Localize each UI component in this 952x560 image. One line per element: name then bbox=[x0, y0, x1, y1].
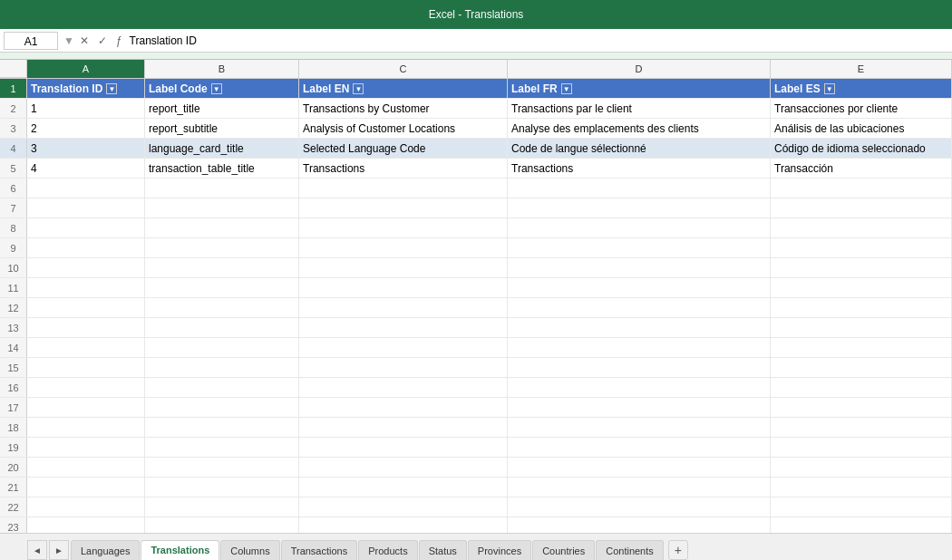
row-num-2: 2 bbox=[0, 99, 27, 118]
cell-value: Label Code bbox=[149, 82, 208, 95]
col-header-B[interactable]: B bbox=[145, 60, 299, 78]
table-row: 13 bbox=[0, 318, 952, 338]
cell-2E[interactable]: Transacciones por cliente bbox=[771, 99, 952, 118]
cell-4E[interactable]: Código de idioma seleccionado bbox=[771, 139, 952, 158]
tab-label: Transactions bbox=[291, 546, 348, 556]
cell-1A[interactable]: Translation ID ▼ bbox=[27, 79, 145, 98]
table-row: 7 bbox=[0, 198, 952, 218]
formula-divider: ▼ bbox=[62, 34, 76, 47]
cell-1C[interactable]: Label EN ▼ bbox=[299, 79, 508, 98]
table-row: 23 bbox=[0, 517, 952, 533]
cell-value: language_card_title bbox=[149, 142, 244, 155]
cell-4B[interactable]: language_card_title bbox=[145, 139, 299, 158]
row-num-1: 1 bbox=[0, 79, 27, 98]
cell-3D[interactable]: Analyse des emplacements des clients bbox=[508, 119, 771, 138]
col-header-E[interactable]: E bbox=[771, 60, 952, 78]
title-bar: Excel - Translations bbox=[0, 0, 952, 29]
ribbon bbox=[0, 53, 952, 60]
tab-products[interactable]: Products bbox=[358, 540, 417, 560]
cell-3C[interactable]: Analysis of Customer Locations bbox=[299, 119, 508, 138]
sheet-tabs-bar: ◄ ► Languages Translations Columns Trans… bbox=[0, 533, 952, 560]
cell-2C[interactable]: Transactions by Customer bbox=[299, 99, 508, 118]
filter-dropdown-icon[interactable]: ▼ bbox=[353, 83, 364, 94]
table-row: 20 bbox=[0, 458, 952, 478]
col-header-D[interactable]: D bbox=[508, 60, 771, 78]
cell-value: Transactions bbox=[303, 162, 364, 175]
cell-5D[interactable]: Transactions bbox=[508, 159, 771, 178]
cell-5B[interactable]: transaction_table_title bbox=[145, 159, 299, 178]
cell-1E[interactable]: Label ES ▼ bbox=[771, 79, 952, 98]
table-row: 9 bbox=[0, 238, 952, 258]
table-row: 17 bbox=[0, 398, 952, 418]
cell-value: Analysis of Customer Locations bbox=[303, 122, 455, 135]
cell-value: Label ES bbox=[774, 82, 821, 95]
cell-5C[interactable]: Transactions bbox=[299, 159, 508, 178]
tab-label: Provinces bbox=[478, 546, 521, 556]
cell-1B[interactable]: Label Code ▼ bbox=[145, 79, 299, 98]
cell-5A[interactable]: 4 bbox=[27, 159, 145, 178]
table-row: 2 1 report_title Transactions by Custome… bbox=[0, 99, 952, 119]
table-row: 4 3 language_card_title Selected Languag… bbox=[0, 139, 952, 159]
cell-3A[interactable]: 2 bbox=[27, 119, 145, 138]
filter-dropdown-icon[interactable]: ▼ bbox=[824, 83, 835, 94]
tab-label: Products bbox=[368, 546, 407, 556]
tab-label: Languages bbox=[81, 546, 130, 556]
filter-dropdown-icon[interactable]: ▼ bbox=[561, 83, 572, 94]
tab-languages[interactable]: Languages bbox=[71, 540, 140, 560]
col-header-C[interactable]: C bbox=[299, 60, 508, 78]
table-row: 8 bbox=[0, 218, 952, 238]
table-row: 22 bbox=[0, 497, 952, 517]
title-text: Excel - Translations bbox=[7, 8, 945, 21]
tab-nav-left[interactable]: ◄ bbox=[27, 540, 47, 560]
cell-4A[interactable]: 3 bbox=[27, 139, 145, 158]
tab-transactions[interactable]: Transactions bbox=[281, 540, 358, 560]
tab-provinces[interactable]: Provinces bbox=[468, 540, 531, 560]
cell-2D[interactable]: Transactions par le client bbox=[508, 99, 771, 118]
cell-value: 1 bbox=[31, 102, 37, 115]
cell-value: Label EN bbox=[303, 82, 349, 95]
add-sheet-button[interactable]: + bbox=[668, 540, 688, 560]
cell-2B[interactable]: report_title bbox=[145, 99, 299, 118]
tab-label: Countries bbox=[542, 546, 585, 556]
cell-3E[interactable]: Análisis de las ubicaciones bbox=[771, 119, 952, 138]
cell-value: report_subtitle bbox=[149, 122, 218, 135]
cell-ref-box[interactable]: A1 bbox=[4, 32, 58, 50]
table-row: 15 bbox=[0, 358, 952, 378]
cell-value: transaction_table_title bbox=[149, 162, 255, 175]
tab-label: Columns bbox=[230, 546, 269, 556]
cell-2A[interactable]: 1 bbox=[27, 99, 145, 118]
cell-value: 3 bbox=[31, 142, 37, 155]
tab-translations[interactable]: Translations bbox=[141, 540, 219, 560]
cell-1D[interactable]: Label FR ▼ bbox=[508, 79, 771, 98]
tab-nav-right[interactable]: ► bbox=[49, 540, 69, 560]
cell-value: Transactions bbox=[511, 162, 573, 175]
formula-bar: A1 ▼ ✕ ✓ ƒ Translation ID bbox=[0, 29, 952, 53]
cell-value: Label FR bbox=[511, 82, 558, 95]
tab-continents[interactable]: Continents bbox=[596, 540, 664, 560]
cell-value: report_title bbox=[149, 102, 200, 115]
cell-value: 4 bbox=[31, 162, 37, 175]
table-row: 19 bbox=[0, 438, 952, 458]
table-row: 10 bbox=[0, 258, 952, 278]
table-row: 14 bbox=[0, 338, 952, 358]
filter-dropdown-icon[interactable]: ▼ bbox=[106, 83, 117, 94]
table-row: 21 bbox=[0, 478, 952, 497]
spreadsheet-container: A B C D E 1 Translation ID ▼ Label Code … bbox=[0, 60, 952, 533]
cell-4C[interactable]: Selected Language Code bbox=[299, 139, 508, 158]
cell-value: Selected Language Code bbox=[303, 142, 425, 155]
tab-columns[interactable]: Columns bbox=[220, 540, 279, 560]
tab-label: Translations bbox=[151, 545, 209, 555]
sheet-rows: 1 Translation ID ▼ Label Code ▼ Label EN… bbox=[0, 79, 952, 533]
cell-value: 2 bbox=[31, 122, 37, 135]
cell-4D[interactable]: Code de langue sélectionné bbox=[508, 139, 771, 158]
cell-value: Transactions par le client bbox=[511, 102, 632, 115]
tab-status[interactable]: Status bbox=[419, 540, 467, 560]
cell-3B[interactable]: report_subtitle bbox=[145, 119, 299, 138]
cell-value: Análisis de las ubicaciones bbox=[774, 122, 904, 135]
filter-dropdown-icon[interactable]: ▼ bbox=[211, 83, 222, 94]
cell-5E[interactable]: Transacción bbox=[771, 159, 952, 178]
cell-value: Code de langue sélectionné bbox=[511, 142, 646, 155]
tab-label: Continents bbox=[606, 546, 654, 556]
tab-countries[interactable]: Countries bbox=[532, 540, 595, 560]
col-header-A[interactable]: A bbox=[27, 60, 145, 78]
